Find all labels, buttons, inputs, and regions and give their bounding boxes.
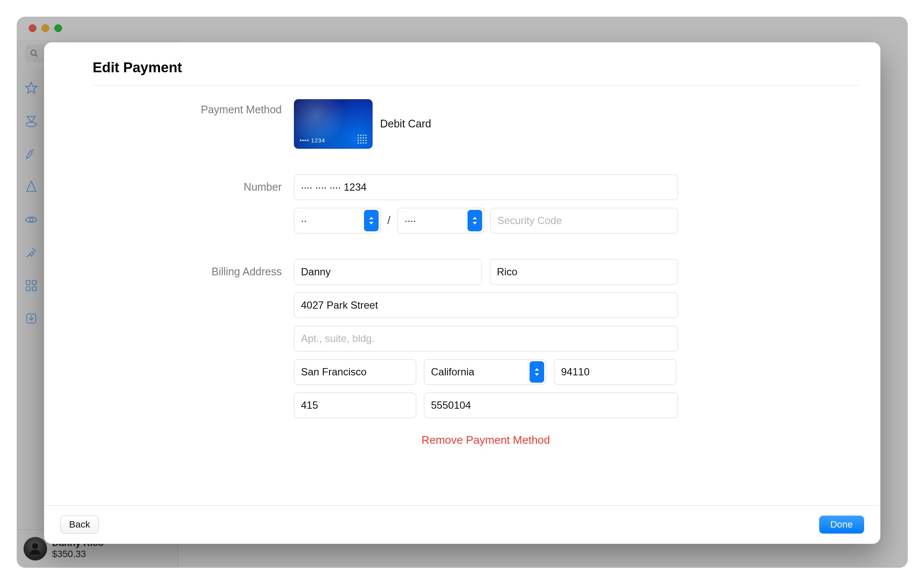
sheet-title: Edit Payment [93, 59, 858, 76]
edit-payment-sheet: Edit Payment Payment Method •••• 1234 [44, 42, 880, 544]
billing-address-label: Billing Address [44, 265, 284, 278]
exp-month-select[interactable]: ·· [294, 208, 381, 233]
city-field[interactable] [294, 359, 416, 385]
card-art: •••• 1234 [294, 99, 373, 149]
exp-month-value: ·· [301, 215, 307, 227]
back-button[interactable]: Back [60, 516, 99, 534]
card-number-field[interactable] [294, 174, 678, 200]
state-value: California [431, 366, 474, 378]
state-select[interactable]: California [424, 359, 546, 385]
payment-type: Debit Card [380, 118, 432, 130]
phone-number-field[interactable] [424, 392, 678, 418]
phone-area-field[interactable] [294, 392, 416, 418]
exp-separator: / [387, 214, 391, 227]
street2-field[interactable] [294, 326, 678, 351]
payment-method-field: •••• 1234 Debit Card [294, 99, 678, 149]
sheet-body: Payment Method •••• 1234 Debit Card [44, 86, 880, 505]
exp-year-value: ···· [405, 215, 416, 227]
sheet-header: Edit Payment [44, 42, 880, 85]
sheet-footer: Back Done [44, 505, 880, 544]
card-chip-icon [358, 135, 367, 144]
stepper-handle-icon [468, 210, 482, 231]
street-field[interactable] [294, 292, 678, 318]
app-window-capture: Danny Rico $350.33 Edit Payment Payment … [17, 17, 908, 568]
first-name-field[interactable] [294, 259, 482, 285]
stepper-handle-icon [364, 210, 379, 231]
payment-method-label: Payment Method [44, 99, 284, 116]
card-number-label: Number [44, 181, 284, 193]
card-last4: •••• 1234 [300, 137, 326, 144]
stepper-handle-icon [530, 361, 544, 383]
last-name-field[interactable] [490, 259, 678, 285]
done-button[interactable]: Done [819, 516, 864, 534]
security-code-field[interactable] [490, 208, 678, 233]
remove-payment-link[interactable]: Remove Payment Method [294, 434, 678, 447]
exp-year-select[interactable]: ···· [397, 208, 484, 233]
zip-field[interactable] [554, 359, 676, 385]
